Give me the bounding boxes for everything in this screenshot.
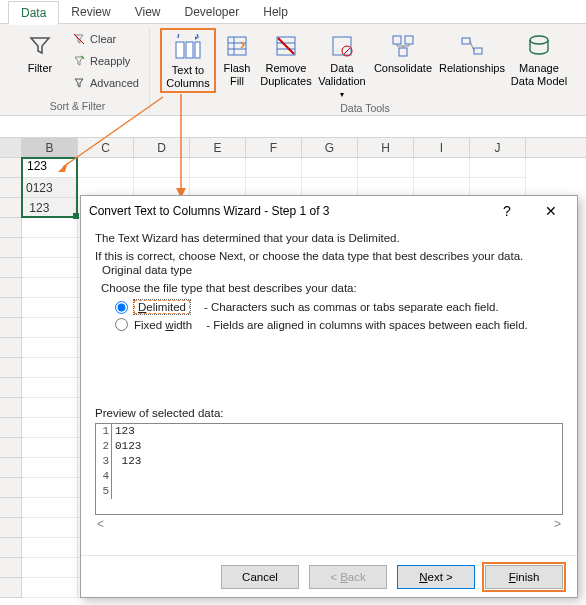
col-header-d[interactable]: D <box>134 138 190 157</box>
formula-bar[interactable] <box>0 116 586 138</box>
col-header-j[interactable]: J <box>470 138 526 157</box>
preview-label: Preview of selected data: <box>95 407 563 419</box>
ribbon-tabs: Data Review View Developer Help <box>0 0 586 24</box>
col-header-h[interactable]: H <box>358 138 414 157</box>
tab-help[interactable]: Help <box>251 1 300 23</box>
tab-data[interactable]: Data <box>8 1 59 25</box>
filter-label: Filter <box>28 62 52 75</box>
dialog-title: Convert Text to Columns Wizard - Step 1 … <box>89 204 481 218</box>
reapply-icon <box>72 54 86 68</box>
preview-scrollbar[interactable]: <> <box>95 517 563 531</box>
col-header-g[interactable]: G <box>302 138 358 157</box>
col-header-i[interactable]: I <box>414 138 470 157</box>
svg-rect-1 <box>176 42 184 58</box>
chevron-down-icon: ▾ <box>340 90 344 99</box>
svg-rect-15 <box>393 36 401 44</box>
row-header[interactable] <box>0 158 22 178</box>
back-button: < Back <box>309 565 387 589</box>
cancel-button[interactable]: Cancel <box>221 565 299 589</box>
group-data-tools: Text to Columns Flash Fill Remove Duplic… <box>150 28 580 114</box>
flash-fill-label: Flash Fill <box>224 62 251 87</box>
preview-row-num: 1 <box>96 424 112 439</box>
data-validation-icon <box>330 30 354 62</box>
funnel-icon <box>28 30 52 62</box>
preview-row-val: 123 <box>112 424 135 439</box>
cell[interactable]: 123 <box>22 198 78 218</box>
advanced-button[interactable]: Advanced <box>68 72 143 94</box>
finish-button[interactable]: Finish <box>485 565 563 589</box>
remove-duplicates-button[interactable]: Remove Duplicates <box>258 28 314 89</box>
next-button[interactable]: Next > <box>397 565 475 589</box>
text-to-columns-button[interactable]: Text to Columns <box>160 28 216 93</box>
preview-row-val: 123 <box>112 454 141 469</box>
fieldset-legend: Original data type <box>99 264 195 276</box>
consolidate-icon <box>391 30 415 62</box>
reapply-label: Reapply <box>90 55 130 67</box>
data-validation-button[interactable]: Data Validation ▾ <box>314 28 370 102</box>
dialog-titlebar[interactable]: Convert Text to Columns Wizard - Step 1 … <box>81 196 577 226</box>
svg-line-14 <box>344 48 350 54</box>
flash-fill-icon <box>225 30 249 62</box>
fixed-width-description: - Fields are aligned in columns with spa… <box>206 319 528 331</box>
dialog-footer: Cancel < Back Next > Finish <box>81 555 577 597</box>
delimited-description: - Characters such as commas or tabs sepa… <box>204 301 499 313</box>
reapply-button[interactable]: Reapply <box>68 50 143 72</box>
relationships-button[interactable]: Relationships <box>436 28 508 77</box>
advanced-label: Advanced <box>90 77 139 89</box>
svg-rect-16 <box>405 36 413 44</box>
preview-row-num: 4 <box>96 469 112 484</box>
help-button[interactable]: ? <box>489 203 525 219</box>
clear-icon <box>72 32 86 46</box>
tab-review[interactable]: Review <box>59 1 122 23</box>
text-to-columns-icon <box>173 32 203 64</box>
manage-data-model-button[interactable]: Manage Data Model <box>508 28 570 89</box>
col-header-f[interactable]: F <box>246 138 302 157</box>
group-label-sort-filter: Sort & Filter <box>50 100 105 114</box>
cell[interactable]: 0123 <box>22 178 78 198</box>
preview-row-val <box>112 469 115 484</box>
consolidate-label: Consolidate <box>374 62 432 75</box>
cell[interactable]: 123 <box>22 158 78 178</box>
preview-row-val <box>112 484 115 499</box>
row-header[interactable] <box>0 198 22 218</box>
data-model-icon <box>526 30 552 62</box>
wizard-intro-2: If this is correct, choose Next, or choo… <box>95 250 563 262</box>
svg-point-21 <box>530 36 548 44</box>
group-sort-filter: Filter Clear Reapply Advanced Sort & Fil… <box>6 28 150 114</box>
consolidate-button[interactable]: Consolidate <box>370 28 436 77</box>
tab-view[interactable]: View <box>123 1 173 23</box>
svg-rect-19 <box>474 48 482 54</box>
choose-file-type-prompt: Choose the file type that best describes… <box>101 282 557 294</box>
tab-developer[interactable]: Developer <box>173 1 252 23</box>
original-data-type-group: Original data type Choose the file type … <box>95 272 563 339</box>
col-header-e[interactable]: E <box>190 138 246 157</box>
relationships-label: Relationships <box>439 62 505 75</box>
col-header-c[interactable]: C <box>78 138 134 157</box>
svg-line-11 <box>278 38 294 54</box>
relationships-icon <box>460 30 484 62</box>
radio-fixed-width-label[interactable]: Fixed width <box>134 319 192 331</box>
svg-rect-17 <box>399 48 407 56</box>
wizard-intro-1: The Text Wizard has determined that your… <box>95 232 563 244</box>
radio-delimited[interactable] <box>115 301 128 314</box>
col-header-b[interactable]: B <box>22 138 78 157</box>
remove-duplicates-label: Remove Duplicates <box>260 62 311 87</box>
advanced-icon <box>72 76 86 90</box>
radio-delimited-label[interactable]: Delimited <box>134 300 190 314</box>
preview-box[interactable]: 1123 20123 3 123 4 5 <box>95 423 563 515</box>
svg-rect-3 <box>195 42 200 58</box>
clear-button[interactable]: Clear <box>68 28 143 50</box>
flash-fill-button[interactable]: Flash Fill <box>216 28 258 89</box>
ribbon: Filter Clear Reapply Advanced Sort & Fil… <box>0 24 586 116</box>
filter-button[interactable]: Filter <box>12 28 68 77</box>
group-label-data-tools: Data Tools <box>340 102 389 116</box>
row-header[interactable] <box>0 178 22 198</box>
svg-line-20 <box>470 41 474 51</box>
preview-row-num: 3 <box>96 454 112 469</box>
svg-rect-18 <box>462 38 470 44</box>
clear-label: Clear <box>90 33 116 45</box>
radio-fixed-width[interactable] <box>115 318 128 331</box>
select-all-corner[interactable] <box>0 138 22 157</box>
text-to-columns-label: Text to Columns <box>166 64 209 89</box>
close-button[interactable]: ✕ <box>533 203 569 219</box>
